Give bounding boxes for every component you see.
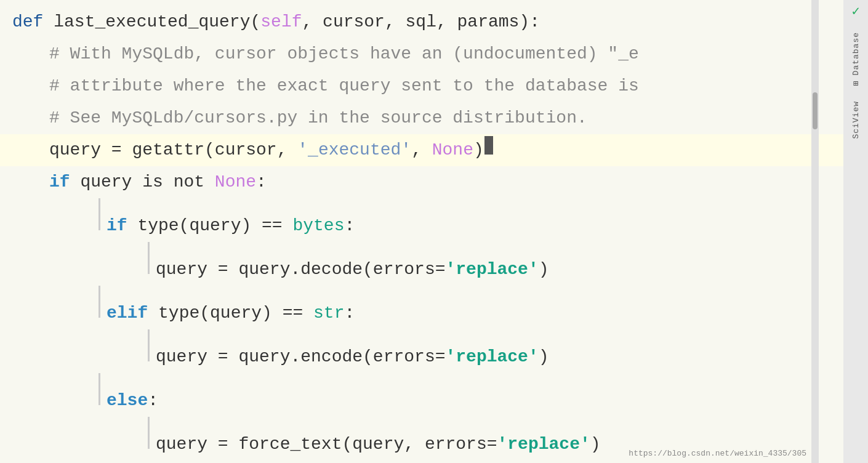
code-line-10: query = query.encode(errors='replace') (0, 329, 843, 373)
code-line-3: # attribute where the exact query sent t… (0, 70, 843, 102)
code-line-11: else: (0, 373, 843, 417)
code-line-9: elif type(query) == str: (0, 286, 843, 329)
code-line-6: if query is not None: (0, 166, 843, 198)
code-line-8: query = query.decode(errors='replace') (0, 242, 843, 286)
code-line-1: def last_executed_query(self, cursor, sq… (0, 6, 843, 38)
comment-2: # attribute where the exact query sent t… (49, 70, 639, 102)
code-editor: def last_executed_query(self, cursor, sq… (0, 0, 843, 463)
code-line-13: return query (0, 461, 843, 463)
grid-icon: ⊞ (853, 78, 858, 89)
right-sidebar: ✓ Database ⊞ SciView (843, 0, 868, 463)
var-query: query (49, 134, 111, 166)
url-bar: https://blog.csdn.net/weixin_4335/305 (629, 449, 806, 458)
database-label[interactable]: Database (851, 32, 861, 75)
keyword-def: def (12, 6, 54, 38)
code-line-2: # With MySQLdb, cursor objects have an (… (0, 38, 843, 70)
param-self: self (260, 6, 302, 38)
scrollbar-thumb[interactable] (813, 92, 818, 129)
scrollbar[interactable] (811, 0, 819, 463)
comment-3: # See MySQLdb/cursors.py in the source d… (49, 102, 587, 134)
comment-1: # With MySQLdb, cursor objects have an (… (49, 38, 639, 70)
check-icon: ✓ (851, 3, 859, 20)
code-line-4: # See MySQLdb/cursors.py in the source d… (0, 102, 843, 134)
code-line-5: query = getattr(cursor, '_executed', Non… (0, 134, 843, 166)
code-line-7: if type(query) == bytes: (0, 198, 843, 242)
cursor (484, 136, 493, 155)
sciview-label[interactable]: SciView (851, 101, 861, 139)
function-name: last_executed_query( (54, 6, 260, 38)
